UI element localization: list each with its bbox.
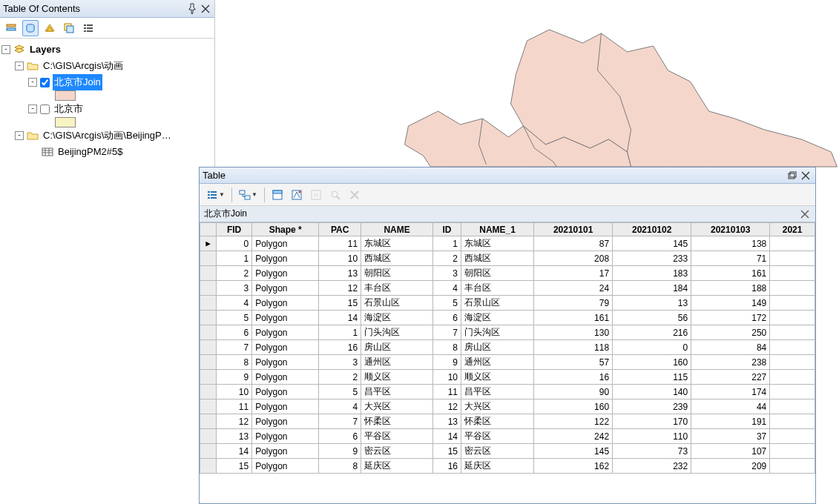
expand-toggle[interactable]: -	[1, 45, 10, 54]
cell[interactable]: 145	[534, 444, 613, 459]
cell[interactable]: 2	[319, 370, 361, 385]
column-header[interactable]: PAC	[319, 223, 361, 236]
cell[interactable]: 0	[217, 236, 252, 251]
table-options-button[interactable]: ▼	[204, 187, 227, 203]
cell[interactable]: Polygon	[252, 414, 319, 429]
row-selector[interactable]	[200, 429, 217, 444]
layer2-visibility-checkbox[interactable]	[40, 105, 50, 114]
attribute-grid[interactable]: FIDShape *PACNAMEIDNAME_1202101012021010…	[200, 222, 815, 503]
cell[interactable]: 118	[534, 340, 613, 355]
cell[interactable]: 13	[613, 296, 691, 311]
table-row[interactable]: 3Polygon12丰台区4丰台区24184188	[200, 281, 815, 296]
cell[interactable]: 大兴区	[361, 399, 433, 414]
cell[interactable]: 174	[691, 385, 770, 399]
tree-group2-label[interactable]: C:\GIS\Arcgis\动画\BeijingP…	[42, 127, 173, 144]
table-row[interactable]: 12Polygon7怀柔区13怀柔区122170191	[200, 414, 815, 429]
cell[interactable]: 11	[433, 385, 461, 399]
cell[interactable]: 海淀区	[361, 311, 433, 325]
row-selector[interactable]	[200, 311, 217, 325]
cell[interactable]: 14	[319, 311, 361, 325]
row-selector[interactable]: ▶	[200, 236, 217, 251]
cell[interactable]: 12	[433, 399, 461, 414]
cell[interactable]: 6	[217, 325, 252, 340]
cell[interactable]: 东城区	[361, 236, 433, 251]
cell[interactable]: 13	[433, 414, 461, 429]
cell[interactable]: 145	[613, 236, 691, 251]
tree-table1-label[interactable]: BeijingPM2#5$	[56, 144, 124, 160]
cell[interactable]: 73	[613, 444, 691, 459]
tree-layer-2[interactable]: - 北京市	[1, 101, 213, 117]
cell[interactable]	[770, 370, 815, 385]
cell[interactable]	[770, 414, 815, 429]
cell[interactable]: 平谷区	[461, 429, 534, 444]
cell[interactable]: 12	[217, 414, 252, 429]
cell[interactable]: 8	[217, 355, 252, 370]
column-header[interactable]: FID	[217, 223, 252, 236]
cell[interactable]: 172	[691, 311, 770, 325]
cell[interactable]: 16	[534, 370, 613, 385]
cell[interactable]: 209	[691, 459, 770, 474]
table-row[interactable]: 5Polygon14海淀区6海淀区16156172	[200, 311, 815, 325]
cell[interactable]	[770, 281, 815, 296]
cell[interactable]	[770, 311, 815, 325]
cell[interactable]: 3	[217, 281, 252, 296]
cell[interactable]: 5	[319, 385, 361, 399]
cell[interactable]: 57	[534, 355, 613, 370]
layer2-swatch[interactable]	[55, 117, 76, 127]
table-row[interactable]: 14Polygon9密云区15密云区14573107	[200, 444, 815, 459]
switch-selection-button[interactable]	[289, 187, 305, 203]
cell[interactable]: 4	[433, 281, 461, 296]
expand-toggle[interactable]: -	[15, 131, 24, 140]
cell[interactable]	[770, 355, 815, 370]
cell[interactable]: 通州区	[361, 355, 433, 370]
cell[interactable]: 56	[613, 311, 691, 325]
column-header[interactable]: NAME_1	[461, 223, 534, 236]
list-by-visibility-button[interactable]	[42, 20, 58, 36]
expand-toggle[interactable]: -	[28, 105, 37, 113]
cell[interactable]: 191	[691, 414, 770, 429]
column-header[interactable]: ID	[433, 223, 461, 236]
cell[interactable]: 16	[433, 459, 461, 474]
cell[interactable]: 门头沟区	[361, 325, 433, 340]
table-row[interactable]: 13Polygon6平谷区14平谷区24211037	[200, 429, 815, 444]
cell[interactable]: 2	[217, 266, 252, 281]
row-selector[interactable]	[200, 385, 217, 399]
table-row[interactable]: 15Polygon8延庆区16延庆区162232209	[200, 459, 815, 474]
select-by-attributes-button[interactable]	[269, 187, 286, 203]
related-tables-button[interactable]: ▼	[237, 187, 260, 203]
cell[interactable]: 7	[319, 414, 361, 429]
cell[interactable]: 5	[433, 296, 461, 311]
expand-toggle[interactable]: -	[15, 62, 24, 70]
restore-icon[interactable]	[786, 170, 799, 182]
cell[interactable]: 朝阳区	[361, 266, 433, 281]
column-header[interactable]: 20210103	[691, 223, 770, 236]
list-by-source-button[interactable]	[22, 20, 39, 36]
cell[interactable]: 顺义区	[361, 370, 433, 385]
column-header[interactable]: 20210102	[613, 223, 691, 236]
cell[interactable]: 房山区	[461, 340, 534, 355]
row-selector[interactable]	[200, 296, 217, 311]
cell[interactable]	[770, 444, 815, 459]
cell[interactable]: 7	[433, 325, 461, 340]
cell[interactable]: 石景山区	[461, 296, 534, 311]
cell[interactable]: 9	[433, 355, 461, 370]
cell[interactable]: 250	[691, 325, 770, 340]
cell[interactable]: Polygon	[252, 236, 319, 251]
cell[interactable]: 13	[217, 429, 252, 444]
cell[interactable]: Polygon	[252, 459, 319, 474]
cell[interactable]: 10	[319, 251, 361, 266]
cell[interactable]: 44	[691, 399, 770, 414]
cell[interactable]	[770, 236, 815, 251]
cell[interactable]: 1	[217, 251, 252, 266]
cell[interactable]: 怀柔区	[361, 414, 433, 429]
layer1-label[interactable]: 北京市Join	[53, 74, 102, 90]
cell[interactable]: 233	[613, 251, 691, 266]
pin-icon[interactable]	[186, 3, 198, 15]
cell[interactable]: 9	[217, 370, 252, 385]
cell[interactable]: 10	[433, 370, 461, 385]
cell[interactable]	[770, 429, 815, 444]
cell[interactable]: Polygon	[252, 370, 319, 385]
table-row[interactable]: ▶0Polygon11东城区1东城区87145138	[200, 236, 815, 251]
cell[interactable]: 162	[534, 459, 613, 474]
cell[interactable]: Polygon	[252, 281, 319, 296]
